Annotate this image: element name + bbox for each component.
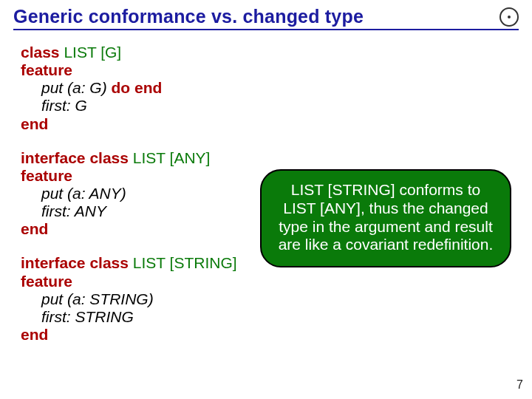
code-line: end [21,115,519,133]
type-name: LIST [ANY] [129,149,211,166]
keyword: interface [21,254,86,271]
logo-icon [499,7,519,27]
code-block-3: interface class LIST [STRING] feature pu… [21,254,519,344]
type-name: LIST [STRING] [129,254,237,271]
keyword: feature [21,61,72,78]
code-line: put (a: STRING) [21,290,519,308]
code-text: first: G [41,97,87,114]
code-line: put (a: G) do end [21,79,519,97]
code-text: put (a: ANY) [41,185,126,202]
slide: Generic conformance vs. changed type cla… [0,0,532,399]
callout-text: LIST [STRING] conforms to LIST [ANY], th… [279,181,494,253]
code-line: first: STRING [21,308,519,326]
callout-box: LIST [STRING] conforms to LIST [ANY], th… [260,169,511,267]
code-block-1: class LIST [G] feature put (a: G) do end… [21,44,519,133]
keyword: interface [21,149,86,166]
keyword: end [21,326,48,343]
code-line: interface class LIST [ANY] [21,149,519,167]
keyword: do [112,79,131,96]
keyword: feature [21,167,72,184]
code-line: feature [21,273,519,290]
keyword: class [21,44,60,61]
code-line: end [21,326,519,344]
code-text: first: ANY [41,202,106,219]
page-number: 7 [516,378,523,392]
keyword: class [89,254,129,271]
keyword: end [21,220,48,237]
type-name: LIST [G] [60,44,122,61]
code-line: feature [21,61,519,79]
slide-title: Generic conformance vs. changed type [13,6,519,30]
keyword: end [21,115,48,132]
keyword: feature [21,273,72,290]
logo-dot [508,16,511,18]
keyword: end [134,79,162,96]
code-text: first: STRING [41,308,134,325]
keyword: class [89,149,129,166]
code-text: put (a: G) [41,79,112,96]
code-line: first: G [21,97,519,115]
code-line: class LIST [G] [21,44,519,61]
code-text: put (a: STRING) [41,290,154,307]
